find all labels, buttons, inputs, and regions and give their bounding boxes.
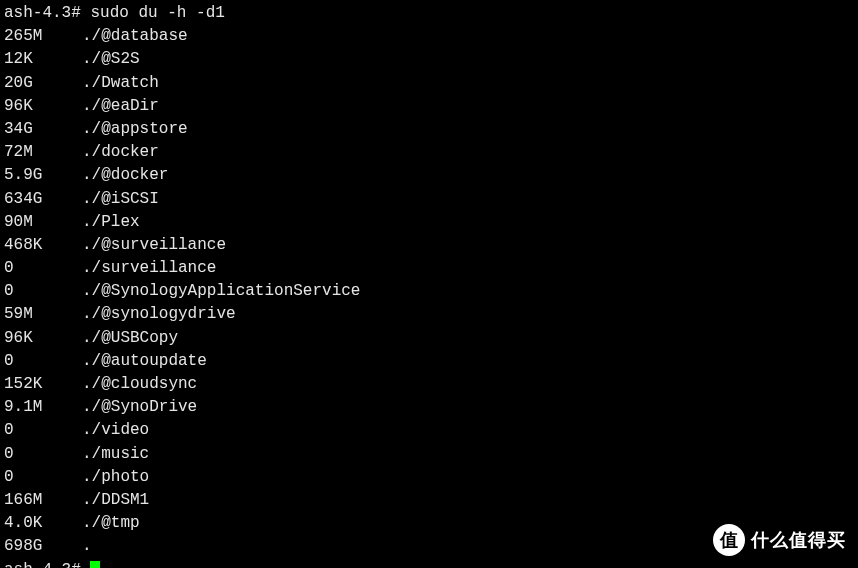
size-value: 0 [4,466,82,489]
path-value: ./@eaDir [82,95,159,118]
size-value: 5.9G [4,164,82,187]
du-entry: 634G./@iSCSI [4,188,854,211]
shell-prompt: ash-4.3# [4,4,81,22]
du-entry: 468K./@surveillance [4,234,854,257]
size-value: 72M [4,141,82,164]
du-entry: 59M./@synologydrive [4,303,854,326]
size-value: 0 [4,443,82,466]
du-entry: 152K./@cloudsync [4,373,854,396]
size-value: 12K [4,48,82,71]
path-value: ./video [82,419,149,442]
size-value: 96K [4,327,82,350]
size-value: 34G [4,118,82,141]
du-entry: 0./@SynologyApplicationService [4,280,854,303]
du-entry: 72M./docker [4,141,854,164]
watermark-icon: 值 [713,524,745,556]
du-entry: 9.1M./@SynoDrive [4,396,854,419]
size-value: 265M [4,25,82,48]
du-entry: 34G./@appstore [4,118,854,141]
du-entry: 12K./@S2S [4,48,854,71]
du-entry: 0./music [4,443,854,466]
path-value: ./@USBCopy [82,327,178,350]
path-value: ./@SynoDrive [82,396,197,419]
du-entry: 265M./@database [4,25,854,48]
path-value: ./Plex [82,211,140,234]
path-value: ./@appstore [82,118,188,141]
watermark-text: 什么值得买 [751,527,846,553]
path-value: ./@SynologyApplicationService [82,280,360,303]
size-value: 4.0K [4,512,82,535]
path-value: ./@cloudsync [82,373,197,396]
size-value: 634G [4,188,82,211]
size-value: 0 [4,350,82,373]
path-value: ./@surveillance [82,234,226,257]
path-value: ./Dwatch [82,72,159,95]
size-value: 152K [4,373,82,396]
size-value: 96K [4,95,82,118]
size-value: 166M [4,489,82,512]
prompt-line: ash-4.3# [4,559,854,569]
path-value: ./@tmp [82,512,140,535]
path-value: ./@autoupdate [82,350,207,373]
command-line: ash-4.3# sudo du -h -d1 [4,2,854,25]
watermark: 值 什么值得买 [713,524,846,556]
size-value: 0 [4,280,82,303]
size-value: 59M [4,303,82,326]
size-value: 9.1M [4,396,82,419]
du-entry: 96K./@USBCopy [4,327,854,350]
shell-prompt: ash-4.3# [4,561,81,569]
path-value: ./@database [82,25,188,48]
du-entry: 0./surveillance [4,257,854,280]
du-entry: 5.9G./@docker [4,164,854,187]
terminal-output[interactable]: ash-4.3# sudo du -h -d1 265M./@database1… [4,2,854,568]
size-value: 90M [4,211,82,234]
du-entry: 0./@autoupdate [4,350,854,373]
path-value: ./DDSM1 [82,489,149,512]
size-value: 0 [4,257,82,280]
du-entry: 90M./Plex [4,211,854,234]
path-value: ./@docker [82,164,168,187]
du-entry: 0./video [4,419,854,442]
path-value: ./surveillance [82,257,216,280]
size-value: 20G [4,72,82,95]
size-value: 468K [4,234,82,257]
path-value: . [82,535,92,558]
du-entry: 96K./@eaDir [4,95,854,118]
command-text: sudo du -h -d1 [90,4,224,22]
path-value: ./music [82,443,149,466]
size-value: 0 [4,419,82,442]
path-value: ./@iSCSI [82,188,159,211]
du-output: 265M./@database12K./@S2S20G./Dwatch96K./… [4,25,854,558]
du-entry: 0./photo [4,466,854,489]
path-value: ./photo [82,466,149,489]
path-value: ./@synologydrive [82,303,236,326]
du-entry: 20G./Dwatch [4,72,854,95]
cursor [90,561,100,569]
du-entry: 166M./DDSM1 [4,489,854,512]
path-value: ./@S2S [82,48,140,71]
size-value: 698G [4,535,82,558]
path-value: ./docker [82,141,159,164]
